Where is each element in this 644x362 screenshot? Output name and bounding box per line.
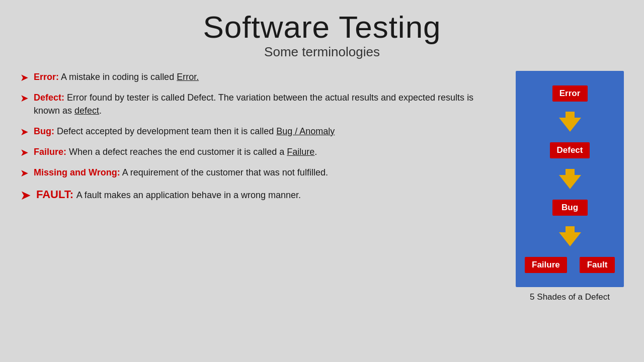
diagram-container: Error Defect Bug Failure Fault 5 Shades …	[516, 71, 624, 302]
diagram-bottom-row: Failure Fault	[521, 257, 619, 273]
term-highlight-bug: Bug / Anomaly	[276, 126, 335, 136]
bullet-icon: ➤	[20, 167, 29, 179]
arrow-shaft-2	[566, 169, 575, 175]
term-highlight-failure: Failure	[287, 147, 314, 157]
term-label-bug: Bug:	[34, 126, 54, 136]
arrow-2	[559, 169, 581, 189]
bullet-icon: ➤	[20, 92, 29, 104]
bullet-icon: ➤	[20, 126, 29, 138]
arrow-shaft-1	[566, 112, 575, 118]
term-label-fault: FAULT:	[36, 188, 73, 201]
defect-diagram: Error Defect Bug Failure Fault	[516, 71, 624, 287]
arrow-head-2	[559, 175, 581, 189]
term-label-defect: Defect:	[34, 93, 64, 103]
term-body-fault: A fault makes an application behave in a…	[76, 190, 301, 200]
term-body-bug: Defect accepted by development team then…	[57, 126, 335, 136]
bullet-icon: ➤	[20, 188, 31, 203]
page-subtitle: Some terminologies	[264, 44, 380, 60]
list-item: ➤ Missing and Wrong: A requirement of th…	[20, 166, 501, 179]
diagram-node-bug: Bug	[552, 200, 588, 216]
diagram-caption: 5 Shades of a Defect	[530, 292, 610, 302]
term-highlight-defect: defect	[74, 106, 99, 116]
arrow-head-1	[559, 118, 581, 132]
diagram-node-defect: Defect	[550, 142, 590, 158]
list-item: ➤ Defect: Error found by tester is calle…	[20, 92, 501, 117]
term-label-failure: Failure:	[34, 147, 66, 157]
term-highlight-error: Error.	[177, 72, 199, 82]
page-title: Software Testing	[203, 10, 441, 44]
arrow-head-3	[559, 232, 581, 246]
arrow-shaft-3	[566, 226, 575, 232]
term-failure: Failure: When a defect reaches the end c…	[34, 146, 317, 158]
term-body-error: A mistake in coding is called Error.	[61, 72, 199, 82]
term-missing: Missing and Wrong: A requirement of the …	[34, 166, 328, 179]
terms-list: ➤ Error: A mistake in coding is called E…	[20, 71, 501, 211]
term-defect: Defect: Error found by tester is called …	[34, 92, 501, 117]
term-fault: FAULT: A fault makes an application beha…	[36, 187, 301, 203]
diagram-node-fault: Fault	[580, 257, 615, 273]
term-body-failure: When a defect reaches the end customer i…	[69, 147, 317, 157]
arrow-1	[559, 112, 581, 132]
list-item: ➤ Error: A mistake in coding is called E…	[20, 71, 501, 83]
term-bug: Bug: Defect accepted by development team…	[34, 125, 335, 138]
diagram-node-error: Error	[552, 85, 588, 102]
bullet-icon: ➤	[20, 146, 29, 158]
term-error: Error: A mistake in coding is called Err…	[34, 71, 199, 83]
arrow-3	[559, 226, 581, 246]
term-label-error: Error:	[34, 72, 59, 82]
term-body-missing: A requirement of the customer that was n…	[122, 167, 328, 177]
bullet-icon: ➤	[20, 71, 29, 83]
list-item: ➤ Failure: When a defect reaches the end…	[20, 146, 501, 158]
term-label-missing: Missing and Wrong:	[34, 167, 120, 177]
list-item: ➤ FAULT: A fault makes an application be…	[20, 187, 501, 203]
diagram-node-failure: Failure	[525, 257, 567, 273]
term-body-defect: Error found by tester is called Defect. …	[34, 93, 473, 115]
list-item: ➤ Bug: Defect accepted by development te…	[20, 125, 501, 138]
main-content: ➤ Error: A mistake in coding is called E…	[20, 71, 624, 302]
